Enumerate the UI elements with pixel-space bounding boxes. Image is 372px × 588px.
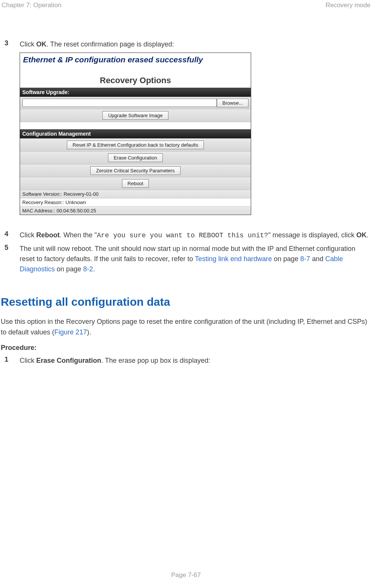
text: and [310, 255, 325, 263]
button-row: Erase Configuration [20, 151, 251, 164]
value: Unknown [66, 200, 86, 205]
software-version-row: Software Version:: Recovery-01-00 [20, 190, 251, 198]
page-number: Page 7-67 [171, 571, 201, 579]
link-figure-217[interactable]: Figure 217 [54, 328, 87, 336]
button-row: Reset IP & Ethernet Configuration back t… [20, 138, 251, 151]
text-bold: OK [357, 231, 367, 239]
text: . [93, 265, 95, 273]
label: Software Version:: [22, 191, 62, 197]
text: ). [87, 328, 91, 336]
reset-ip-button[interactable]: Reset IP & Ethernet Configuration back t… [67, 141, 204, 149]
zeroize-button[interactable]: Zeroize Critical Security Parameters [90, 166, 180, 175]
upgrade-software-button[interactable]: Upgrade Software Image [102, 111, 168, 120]
text: " message is displayed, click [268, 231, 356, 239]
header-right: Recovery mode [326, 2, 370, 9]
section-config-management: Configuration Management [20, 129, 251, 138]
label: Recovery Reason:: [22, 200, 64, 205]
value: Recovery-01-00 [64, 191, 99, 197]
text: . The erase pop up box is displayed: [101, 357, 210, 364]
mac-address-row: MAC Address:: 00:04:56:50:00:25 [20, 206, 251, 215]
text: . The reset confirmation page is display… [46, 40, 174, 48]
text-mono: Are you sure you want to REBOOT this uni… [97, 232, 268, 239]
text: . [367, 231, 369, 239]
step-text: The unit will now reboot. The unit shoul… [20, 244, 372, 274]
step-number: 1 [5, 356, 20, 366]
header-left: Chapter 7: Operation [2, 2, 62, 9]
value: 00:04:56:50:00:25 [57, 208, 96, 214]
step-4: 4 Click Reboot. When the "Are you sure y… [0, 230, 372, 241]
file-upload-row: Browse... [20, 97, 251, 109]
page-header: Chapter 7: Operation Recovery mode [0, 0, 372, 9]
label: MAC Address:: [22, 208, 55, 214]
text-bold: Reboot [36, 231, 60, 239]
link-testing-hardware[interactable]: Testing link end hardware [195, 255, 272, 263]
screenshot-subtitle: Recovery Options [20, 67, 251, 88]
page-footer: Page 7-67 [0, 571, 372, 579]
link-page-8-2[interactable]: 8-2 [83, 265, 93, 273]
button-row: Upgrade Software Image [20, 109, 251, 122]
procedure-label: Procedure: [0, 344, 372, 352]
step-text: Click Reboot. When the "Are you sure you… [20, 230, 372, 241]
step-number: 5 [5, 244, 20, 274]
page-content: 3 Click OK. The reset confirmation page … [0, 9, 372, 366]
text: on page [55, 265, 83, 273]
step-text: Click Erase Configuration. The erase pop… [20, 356, 372, 366]
button-row: Zeroize Critical Security Parameters [20, 164, 251, 177]
step-number: 4 [5, 230, 20, 241]
browse-button[interactable]: Browse... [217, 99, 249, 107]
button-row: Reboot [20, 177, 251, 190]
procedure-step-1: 1 Click Erase Configuration. The erase p… [0, 356, 372, 366]
section-heading: Resetting all configuration data [0, 296, 372, 308]
text: . When the " [60, 231, 97, 239]
spacer [20, 122, 251, 129]
erase-configuration-button[interactable]: Erase Configuration [108, 153, 163, 162]
text: Click [20, 231, 36, 239]
step-number: 3 [5, 39, 20, 50]
step-3: 3 Click OK. The reset confirmation page … [0, 39, 372, 50]
file-path-input[interactable] [22, 99, 217, 107]
section-software-upgrade: Software Upgrade: [20, 88, 251, 97]
link-page-8-7[interactable]: 8-7 [300, 255, 310, 263]
text: Click [20, 357, 36, 364]
reboot-button[interactable]: Reboot [122, 179, 149, 188]
text: Click [20, 40, 36, 48]
step-5: 5 The unit will now reboot. The unit sho… [0, 244, 372, 274]
recovery-options-screenshot: Ethernet & IP configuration erased succe… [20, 53, 251, 215]
text: on page [272, 255, 300, 263]
paragraph: Use this option in the Recovery Options … [0, 317, 372, 338]
text-bold: OK [36, 40, 46, 48]
step-text: Click OK. The reset confirmation page is… [20, 39, 372, 50]
recovery-reason-row: Recovery Reason:: Unknown [20, 198, 251, 206]
text-bold: Erase Configuration [36, 357, 101, 364]
screenshot-title: Ethernet & IP configuration erased succe… [20, 53, 251, 67]
